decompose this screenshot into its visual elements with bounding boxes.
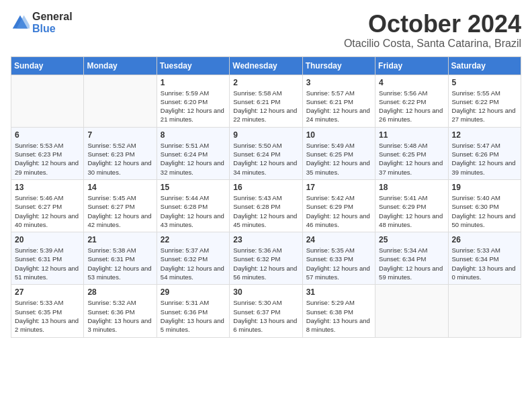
calendar-cell: 23Sunrise: 5:36 AMSunset: 6:32 PMDayligh… — [230, 232, 302, 285]
calendar-cell: 19Sunrise: 5:40 AMSunset: 6:30 PMDayligh… — [448, 179, 521, 232]
calendar-cell: 2Sunrise: 5:58 AMSunset: 6:21 PMDaylight… — [230, 75, 302, 127]
calendar-cell: 27Sunrise: 5:33 AMSunset: 6:35 PMDayligh… — [11, 285, 84, 337]
calendar-cell: 20Sunrise: 5:39 AMSunset: 6:31 PMDayligh… — [11, 232, 84, 285]
day-info: Sunrise: 5:42 AMSunset: 6:29 PMDaylight:… — [306, 193, 371, 229]
day-number: 9 — [233, 130, 298, 140]
calendar-cell: 30Sunrise: 5:30 AMSunset: 6:37 PMDayligh… — [230, 285, 302, 337]
calendar-cell: 24Sunrise: 5:35 AMSunset: 6:33 PMDayligh… — [302, 232, 375, 285]
calendar-cell: 1Sunrise: 5:59 AMSunset: 6:20 PMDaylight… — [157, 75, 229, 127]
day-info: Sunrise: 5:45 AMSunset: 6:27 PMDaylight:… — [87, 193, 152, 229]
title-block: October 2024 Otacilio Costa, Santa Catar… — [344, 11, 521, 50]
day-info: Sunrise: 5:59 AMSunset: 6:20 PMDaylight:… — [161, 89, 226, 124]
calendar-cell: 10Sunrise: 5:49 AMSunset: 6:25 PMDayligh… — [302, 127, 375, 179]
day-info: Sunrise: 5:53 AMSunset: 6:23 PMDaylight:… — [15, 141, 80, 177]
day-number: 31 — [306, 287, 371, 297]
calendar-cell: 16Sunrise: 5:43 AMSunset: 6:28 PMDayligh… — [230, 179, 302, 232]
day-header-wednesday: Wednesday — [230, 56, 302, 75]
day-number: 8 — [161, 130, 226, 140]
day-info: Sunrise: 5:47 AMSunset: 6:26 PMDaylight:… — [452, 141, 517, 177]
day-info: Sunrise: 5:38 AMSunset: 6:31 PMDaylight:… — [87, 246, 152, 281]
day-number: 28 — [87, 287, 152, 297]
day-info: Sunrise: 5:57 AMSunset: 6:21 PMDaylight:… — [306, 89, 371, 124]
day-number: 29 — [161, 287, 226, 297]
day-info: Sunrise: 5:30 AMSunset: 6:37 PMDaylight:… — [233, 298, 298, 334]
day-info: Sunrise: 5:58 AMSunset: 6:21 PMDaylight:… — [233, 89, 298, 124]
day-info: Sunrise: 5:33 AMSunset: 6:34 PMDaylight:… — [452, 246, 517, 281]
day-info: Sunrise: 5:32 AMSunset: 6:36 PMDaylight:… — [87, 298, 152, 334]
day-number: 20 — [15, 235, 80, 244]
day-number: 30 — [233, 287, 298, 297]
location-title: Otacilio Costa, Santa Catarina, Brazil — [344, 38, 521, 50]
day-number: 27 — [15, 287, 80, 297]
calendar-cell: 12Sunrise: 5:47 AMSunset: 6:26 PMDayligh… — [448, 127, 521, 179]
day-header-monday: Monday — [84, 56, 157, 75]
calendar-cell — [11, 75, 84, 127]
calendar-cell — [448, 285, 521, 337]
calendar-cell: 17Sunrise: 5:42 AMSunset: 6:29 PMDayligh… — [302, 179, 375, 232]
day-number: 11 — [379, 130, 444, 140]
calendar-cell: 15Sunrise: 5:44 AMSunset: 6:28 PMDayligh… — [157, 179, 229, 232]
day-info: Sunrise: 5:44 AMSunset: 6:28 PMDaylight:… — [161, 193, 226, 229]
day-number: 25 — [379, 235, 444, 244]
calendar-cell: 5Sunrise: 5:55 AMSunset: 6:22 PMDaylight… — [448, 75, 521, 127]
calendar-cell: 3Sunrise: 5:57 AMSunset: 6:21 PMDaylight… — [302, 75, 375, 127]
day-number: 22 — [161, 235, 226, 244]
day-info: Sunrise: 5:55 AMSunset: 6:22 PMDaylight:… — [452, 89, 517, 124]
day-info: Sunrise: 5:40 AMSunset: 6:30 PMDaylight:… — [452, 193, 517, 229]
day-info: Sunrise: 5:34 AMSunset: 6:34 PMDaylight:… — [379, 246, 444, 281]
calendar-cell: 18Sunrise: 5:41 AMSunset: 6:29 PMDayligh… — [375, 179, 448, 232]
calendar-cell: 21Sunrise: 5:38 AMSunset: 6:31 PMDayligh… — [84, 232, 157, 285]
calendar-cell: 9Sunrise: 5:50 AMSunset: 6:24 PMDaylight… — [230, 127, 302, 179]
day-number: 1 — [161, 78, 226, 87]
calendar-cell: 6Sunrise: 5:53 AMSunset: 6:23 PMDaylight… — [11, 127, 84, 179]
day-number: 5 — [452, 78, 517, 87]
day-header-tuesday: Tuesday — [157, 56, 229, 75]
day-number: 13 — [15, 183, 80, 192]
day-number: 18 — [379, 183, 444, 192]
day-number: 4 — [379, 78, 444, 87]
day-number: 10 — [306, 130, 371, 140]
calendar-cell — [375, 285, 448, 337]
calendar-cell: 7Sunrise: 5:52 AMSunset: 6:23 PMDaylight… — [84, 127, 157, 179]
calendar-cell: 31Sunrise: 5:29 AMSunset: 6:38 PMDayligh… — [302, 285, 375, 337]
day-number: 7 — [87, 130, 152, 140]
day-header-friday: Friday — [375, 56, 448, 75]
logo-text-general: General — [32, 11, 73, 22]
day-info: Sunrise: 5:41 AMSunset: 6:29 PMDaylight:… — [379, 193, 444, 229]
day-header-thursday: Thursday — [302, 56, 375, 75]
calendar-cell: 25Sunrise: 5:34 AMSunset: 6:34 PMDayligh… — [375, 232, 448, 285]
logo-icon — [11, 13, 30, 32]
calendar-cell: 11Sunrise: 5:48 AMSunset: 6:25 PMDayligh… — [375, 127, 448, 179]
page-header: General Blue October 2024 Otacilio Costa… — [11, 11, 521, 50]
day-number: 14 — [87, 183, 152, 192]
day-info: Sunrise: 5:35 AMSunset: 6:33 PMDaylight:… — [306, 246, 371, 281]
day-info: Sunrise: 5:33 AMSunset: 6:35 PMDaylight:… — [15, 298, 80, 334]
calendar-cell: 26Sunrise: 5:33 AMSunset: 6:34 PMDayligh… — [448, 232, 521, 285]
day-number: 15 — [161, 183, 226, 192]
day-info: Sunrise: 5:37 AMSunset: 6:32 PMDaylight:… — [161, 246, 226, 281]
day-number: 3 — [306, 78, 371, 87]
logo-text-blue: Blue — [32, 23, 56, 34]
day-info: Sunrise: 5:48 AMSunset: 6:25 PMDaylight:… — [379, 141, 444, 177]
day-info: Sunrise: 5:29 AMSunset: 6:38 PMDaylight:… — [306, 298, 371, 334]
day-info: Sunrise: 5:43 AMSunset: 6:28 PMDaylight:… — [233, 193, 298, 229]
calendar-cell: 13Sunrise: 5:46 AMSunset: 6:27 PMDayligh… — [11, 179, 84, 232]
day-info: Sunrise: 5:49 AMSunset: 6:25 PMDaylight:… — [306, 141, 371, 177]
day-number: 21 — [87, 235, 152, 244]
day-number: 19 — [452, 183, 517, 192]
day-info: Sunrise: 5:39 AMSunset: 6:31 PMDaylight:… — [15, 246, 80, 281]
day-number: 24 — [306, 235, 371, 244]
calendar-cell: 4Sunrise: 5:56 AMSunset: 6:22 PMDaylight… — [375, 75, 448, 127]
calendar-cell: 29Sunrise: 5:31 AMSunset: 6:36 PMDayligh… — [157, 285, 229, 337]
day-info: Sunrise: 5:56 AMSunset: 6:22 PMDaylight:… — [379, 89, 444, 124]
calendar-cell — [84, 75, 157, 127]
day-header-saturday: Saturday — [448, 56, 521, 75]
day-number: 12 — [452, 130, 517, 140]
calendar-cell: 8Sunrise: 5:51 AMSunset: 6:24 PMDaylight… — [157, 127, 229, 179]
day-info: Sunrise: 5:50 AMSunset: 6:24 PMDaylight:… — [233, 141, 298, 177]
day-number: 16 — [233, 183, 298, 192]
day-header-sunday: Sunday — [11, 56, 84, 75]
calendar-cell: 28Sunrise: 5:32 AMSunset: 6:36 PMDayligh… — [84, 285, 157, 337]
calendar-cell: 14Sunrise: 5:45 AMSunset: 6:27 PMDayligh… — [84, 179, 157, 232]
day-number: 23 — [233, 235, 298, 244]
